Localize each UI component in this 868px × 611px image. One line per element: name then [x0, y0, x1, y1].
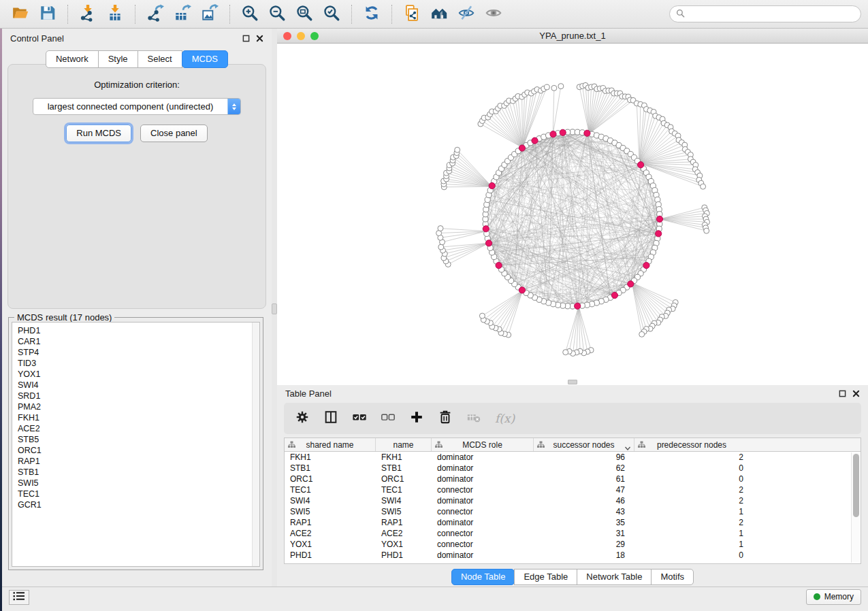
tab-mcds[interactable]: MCDS: [182, 50, 228, 68]
zoom-selected-button[interactable]: [318, 3, 345, 26]
main-toolbar: [0, 0, 868, 29]
table-cell: dominator: [432, 550, 534, 560]
table-row[interactable]: STB1STB1dominator620: [285, 463, 861, 474]
run-mcds-button[interactable]: Run MCDS: [66, 125, 131, 142]
table-cell: RAP1: [285, 518, 376, 527]
mcds-result-item[interactable]: FKH1: [18, 412, 259, 423]
float-panel-icon[interactable]: [242, 35, 250, 42]
search-input[interactable]: [689, 10, 854, 19]
horizontal-splitter-handle[interactable]: [568, 380, 577, 384]
table-row[interactable]: YOX1YOX1connector291: [285, 539, 861, 550]
show-all-button[interactable]: [425, 3, 453, 26]
mcds-result-item[interactable]: SWI5: [18, 478, 259, 489]
mcds-result-item[interactable]: STP4: [18, 347, 259, 358]
mcds-result-scrollbar[interactable]: [252, 323, 259, 566]
network-graph[interactable]: [277, 44, 868, 385]
select-all-rows-button[interactable]: [352, 410, 367, 427]
deselect-all-rows-button[interactable]: [381, 410, 396, 427]
save-session-button[interactable]: [34, 3, 61, 26]
close-panel-button[interactable]: Close panel: [140, 125, 208, 142]
table-cell: dominator: [432, 474, 534, 484]
table-cell: connector: [432, 529, 534, 538]
clone-network-button[interactable]: [398, 3, 425, 26]
memory-button[interactable]: Memory: [806, 589, 861, 605]
task-history-button[interactable]: [9, 590, 29, 605]
table-cell: TEC1: [285, 485, 376, 495]
column-header-name[interactable]: name: [376, 438, 432, 451]
table-toolbar: f(x): [284, 403, 861, 434]
add-column-button[interactable]: [409, 410, 424, 427]
show-column-panel-button[interactable]: [323, 410, 338, 427]
table-scrollbar[interactable]: [851, 452, 860, 563]
mcds-result-list[interactable]: PHD1CAR1STP4TID3YOX1SWI4SRD1PMA2FKH1ACE2…: [12, 322, 260, 567]
table-cell: YOX1: [285, 540, 376, 549]
close-panel-icon[interactable]: [256, 35, 263, 42]
column-header-shared-name[interactable]: shared name: [285, 438, 376, 451]
open-session-button[interactable]: [7, 3, 34, 26]
column-type-icon: [638, 441, 645, 450]
tab-network-table[interactable]: Network Table: [577, 569, 652, 585]
sort-descending-icon: [625, 443, 630, 452]
zoom-out-button[interactable]: [263, 3, 291, 26]
vertical-splitter[interactable]: [272, 29, 277, 587]
mcds-result-item[interactable]: TEC1: [18, 489, 259, 499]
mcds-result-item[interactable]: GCR1: [18, 499, 259, 510]
mcds-result-item[interactable]: CAR1: [18, 336, 259, 347]
table-row[interactable]: ACE2ACE2connector311: [285, 528, 861, 539]
memory-status-icon: [814, 593, 820, 600]
mcds-result-item[interactable]: RAP1: [18, 456, 259, 467]
network-view-canvas[interactable]: [277, 44, 868, 385]
table-row[interactable]: SWI4SWI4dominator462: [285, 495, 861, 506]
toolbar-separator: [391, 5, 392, 24]
mcds-result-item[interactable]: YOX1: [18, 369, 259, 380]
export-network-icon: [146, 4, 164, 24]
column-header-mcds-role[interactable]: MCDS role: [432, 438, 534, 451]
plus-icon: [409, 410, 424, 427]
mcds-result-item[interactable]: STB1: [18, 467, 259, 478]
table-row[interactable]: TEC1TEC1connector472: [285, 484, 861, 495]
delete-column-button[interactable]: [438, 410, 453, 427]
table-row[interactable]: PHD1PHD1dominator180: [285, 550, 861, 561]
mcds-result-item[interactable]: PHD1: [18, 325, 259, 336]
mcds-result-item[interactable]: TID3: [18, 358, 259, 369]
table-cell: dominator: [432, 463, 534, 473]
mcds-result-item[interactable]: ORC1: [18, 445, 259, 456]
vertical-splitter-handle[interactable]: [272, 303, 277, 314]
mcds-result-item[interactable]: SWI4: [18, 380, 259, 391]
export-table-button[interactable]: [169, 3, 196, 26]
zoom-fit-button[interactable]: [291, 3, 318, 26]
table-scrollbar-thumb[interactable]: [853, 454, 859, 517]
export-network-button[interactable]: [142, 3, 169, 26]
export-image-button[interactable]: [196, 3, 223, 26]
float-panel-icon[interactable]: [839, 390, 846, 397]
table-cell: FKH1: [285, 452, 376, 462]
close-panel-icon[interactable]: [852, 390, 860, 397]
mcds-result-item[interactable]: ACE2: [18, 423, 259, 434]
tab-style[interactable]: Style: [98, 50, 138, 68]
search-field[interactable]: [669, 5, 861, 22]
table-row[interactable]: RAP1RAP1dominator352: [285, 517, 861, 528]
import-table-button[interactable]: [101, 3, 129, 26]
table-settings-button[interactable]: [295, 410, 310, 427]
column-header-predecessor-nodes[interactable]: predecessor nodes: [634, 438, 749, 451]
hide-selected-button[interactable]: [453, 3, 480, 26]
tab-edge-table[interactable]: Edge Table: [514, 569, 577, 585]
optimization-criterion-select[interactable]: largest connected component (undirected): [33, 98, 241, 115]
zoom-in-button[interactable]: [236, 3, 263, 26]
tab-node-table[interactable]: Node Table: [451, 569, 515, 585]
list-icon: [13, 591, 25, 604]
column-header-successor-nodes[interactable]: successor nodes: [534, 438, 634, 451]
tab-network[interactable]: Network: [46, 50, 99, 68]
table-row[interactable]: FKH1FKH1dominator962: [285, 452, 861, 463]
toolbar-separator: [229, 5, 230, 24]
table-row[interactable]: ORC1ORC1dominator610: [285, 474, 861, 484]
table-row[interactable]: SWI5SWI5connector431: [285, 506, 861, 517]
show-hidden-button[interactable]: [480, 3, 507, 26]
tab-motifs[interactable]: Motifs: [651, 569, 694, 585]
tab-select[interactable]: Select: [138, 50, 182, 68]
mcds-result-item[interactable]: SRD1: [18, 391, 259, 401]
mcds-result-item[interactable]: STB5: [18, 434, 259, 445]
refresh-view-button[interactable]: [358, 3, 385, 26]
mcds-result-item[interactable]: PMA2: [18, 401, 259, 412]
import-network-button[interactable]: [74, 3, 101, 26]
